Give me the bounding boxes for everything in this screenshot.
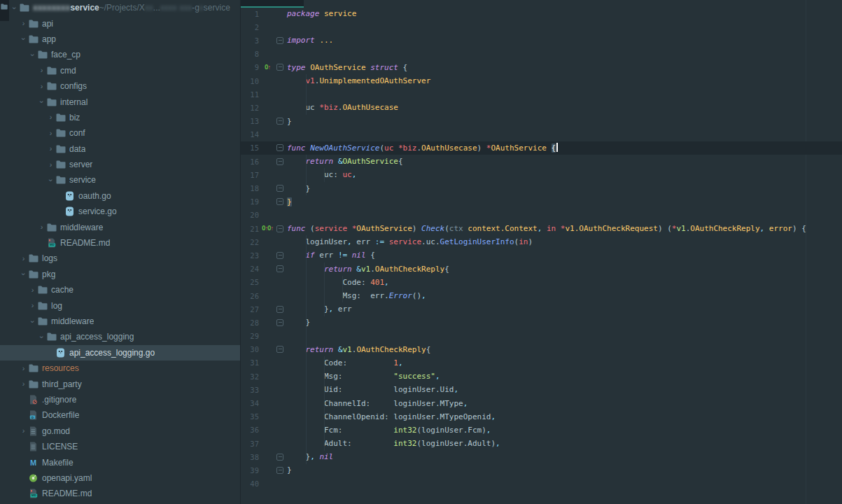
line-number[interactable]: 36 [241,426,259,434]
tree-item-log[interactable]: ›log [0,298,240,313]
code-line-30[interactable]: 30 return &v1.OAuthCheckReply{ [241,343,842,356]
gutter[interactable]: 25 [241,278,287,286]
line-number[interactable]: 29 [241,332,259,340]
code-line-28[interactable]: 28 } [241,316,842,329]
tree-item-api_access_logging[interactable]: ›api_access_logging [0,329,240,344]
code-line-27[interactable]: 27 }, err [241,302,842,316]
code-line-8[interactable]: 8 [241,48,842,61]
fold-marker-icon[interactable] [276,185,284,192]
gutter[interactable]: 1 [241,10,287,18]
chevron-expanded-icon[interactable]: › [29,50,36,59]
line-number[interactable]: 32 [241,372,259,381]
code-line-11[interactable]: 11 [241,88,842,101]
line-number[interactable]: 13 [241,117,259,125]
line-number[interactable]: 9 [241,63,259,71]
fold-marker-icon[interactable] [276,198,284,205]
gutter[interactable]: 9O↑ [241,63,287,71]
tree-item-oauth.go[interactable]: ›oauth.go [0,188,240,204]
line-number[interactable]: 14 [241,130,259,139]
gutter[interactable]: 14 [241,130,287,139]
chevron-expanded-icon[interactable]: › [20,270,27,279]
gutter[interactable]: 22 [241,238,287,246]
code-line-12[interactable]: 12 uc *biz.OAuthUsecase [241,101,842,114]
code-line-19[interactable]: 19} [241,195,842,209]
gutter[interactable]: 37 [241,440,287,448]
gutter[interactable]: 36 [241,426,287,434]
tree-item-.gitignore[interactable]: ›.gitignore [0,392,240,407]
code-line-9[interactable]: 9O↑type OAuthService struct { [241,61,842,74]
line-number[interactable]: 40 [241,479,259,488]
line-number[interactable]: 35 [241,412,259,421]
tree-item-app[interactable]: ›app [0,31,240,47]
fold-marker-icon[interactable] [276,118,284,125]
gutter[interactable]: 15 [241,144,287,152]
gutter[interactable]: 11 [241,90,287,99]
gutter[interactable]: 35 [241,412,287,421]
code-line-14[interactable]: 14 [241,128,842,141]
code-line-15[interactable]: 15func NewOAuthService(uc *biz.OAuthUsec… [241,141,842,155]
line-number[interactable]: 26 [241,292,259,300]
code-line-33[interactable]: 33 Uid: loginUser.Uid, [241,383,842,396]
chevron-collapsed-icon[interactable]: › [19,380,28,388]
gutter[interactable]: 8 [241,50,287,58]
tree-item-api_access_logging.go[interactable]: ›api_access_logging.go [0,345,240,360]
gutter[interactable]: 21O↑O↑ [241,225,287,233]
fold-marker-icon[interactable] [276,467,284,474]
code-line-21[interactable]: 21O↑O↑func (service *OAuthService) Check… [241,222,842,235]
gutter[interactable]: 19 [241,197,287,206]
code-line-36[interactable]: 36 Fcm: int32(loginUser.Fcm), [241,424,842,437]
code-line-29[interactable]: 29 [241,330,842,343]
fold-marker-icon[interactable] [276,319,284,326]
gutter[interactable]: 40 [241,479,287,488]
tree-item-biz[interactable]: ›biz [0,110,240,125]
code-line-20[interactable]: 20 [241,209,842,222]
tree-item-internal[interactable]: ›internal [0,94,240,109]
chevron-expanded-icon[interactable]: › [10,4,18,13]
chevron-collapsed-icon[interactable]: › [19,365,28,372]
code-line-35[interactable]: 35 ChannelOpenid: loginUser.MTypeOpenid, [241,410,842,424]
chevron-expanded-icon[interactable]: › [38,332,45,342]
tree-item-readme.md[interactable]: ›MDREADME.md [0,235,240,251]
tree-item-logs[interactable]: ›logs [0,251,240,266]
code-line-1[interactable]: 1package service [241,7,842,20]
tree-item-dockerfile[interactable]: ›DDockerfile [0,407,240,423]
gutter[interactable]: 26 [241,292,287,300]
tree-item-cmd[interactable]: ›cmd [0,63,240,78]
gutter[interactable]: 20 [241,211,287,219]
code-line-23[interactable]: 23 if err != nil { [241,248,842,262]
gutter[interactable]: 29 [241,332,287,340]
code-line-40[interactable]: 40 [241,477,842,491]
line-number[interactable]: 10 [241,77,259,85]
fold-marker-icon[interactable] [276,225,284,232]
line-number[interactable]: 18 [241,184,259,192]
code-line-18[interactable]: 18 } [241,181,842,195]
chevron-expanded-icon[interactable]: › [29,317,36,326]
line-number[interactable]: 37 [241,440,259,448]
line-number[interactable]: 24 [241,265,259,273]
gutter[interactable]: 32 [241,372,287,381]
line-number[interactable]: 19 [241,197,259,206]
code-line-37[interactable]: 37 Adult: int32(loginUser.Adult), [241,437,842,450]
line-number[interactable]: 8 [241,50,259,58]
tree-item-middleware[interactable]: ›middleware [0,219,240,234]
line-number[interactable]: 27 [241,305,259,314]
code-line-32[interactable]: 32 Msg: "success", [241,370,842,383]
chevron-collapsed-icon[interactable]: › [37,83,46,90]
chevron-collapsed-icon[interactable]: › [46,161,55,169]
line-number[interactable]: 3 [241,36,259,45]
chevron-collapsed-icon[interactable]: › [46,113,55,121]
tree-item-conf[interactable]: ›conf [0,125,240,141]
line-number[interactable]: 38 [241,453,259,461]
tree-item-resources[interactable]: ›resources [0,360,240,376]
fold-marker-icon[interactable] [276,306,284,313]
chevron-collapsed-icon[interactable]: › [37,223,46,231]
gutter[interactable]: 28 [241,318,287,327]
chevron-collapsed-icon[interactable]: › [28,286,37,294]
gutter[interactable]: 17 [241,171,287,179]
fold-marker-icon[interactable] [276,158,284,165]
line-number[interactable]: 17 [241,171,259,179]
gutter[interactable]: 10 [241,77,287,85]
code-line-2[interactable]: 2 [241,20,842,34]
gutter[interactable]: 38 [241,453,287,461]
line-number[interactable]: 25 [241,278,259,286]
